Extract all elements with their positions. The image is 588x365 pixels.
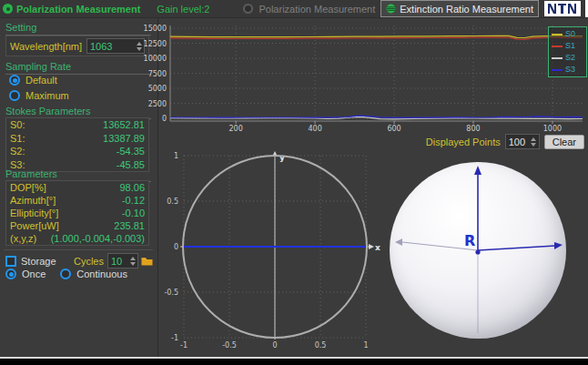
svg-text:-0.5: -0.5 (164, 289, 178, 297)
parameter-row-label: DOP[%] (10, 182, 46, 193)
status-circle-icon (3, 4, 13, 14)
legend-line-s1 (552, 46, 563, 47)
cycles-stepper-arrows[interactable] (128, 257, 137, 266)
parameter-row: DOP[%]98.06 (6, 181, 148, 194)
svg-text:600: 600 (387, 125, 400, 133)
svg-text:1: 1 (174, 152, 178, 160)
brand-logo-glyph (547, 3, 578, 15)
parameter-row-label: (x,y,z) (10, 233, 36, 244)
poincare-sphere-axes: R (390, 162, 566, 339)
storage-mode-option-once: Once (5, 269, 46, 279)
parameter-row-value: 98.06 (119, 182, 145, 193)
stokes-row-label: S1: (10, 133, 25, 144)
series-s0 (170, 35, 583, 37)
parameter-row: Azimuth[°]-0.12 (6, 194, 148, 207)
storage-checkbox[interactable] (5, 256, 16, 267)
wavelength-panel: Wavelength[nm] 1063 (5, 35, 149, 56)
displayed-points-value: 100 (506, 137, 530, 147)
displayed-points-label: Displayed Points (426, 137, 501, 147)
mode-switcher: Polarization Measurement Extinction Rati… (243, 0, 588, 17)
polarization-mode-radio[interactable] (243, 4, 253, 14)
sphere-center-label: R (464, 232, 475, 249)
storage-mode-radio-once[interactable] (5, 269, 16, 279)
storage-mode-option-continuous: Continuous (60, 269, 127, 279)
sampling-rate-options: DefaultMaximum (9, 75, 69, 101)
sampling-rate-section-header: Sampling Rate (5, 61, 151, 75)
svg-text:x: x (375, 243, 380, 252)
sidebar-divider (4, 249, 153, 250)
legend-entry-s0: S0 (552, 30, 583, 38)
parameter-row-value: -0.12 (122, 195, 145, 206)
poincare-sphere[interactable]: R (390, 162, 566, 339)
title-bar: Polarization Measurement Gain level:2 Po… (0, 0, 588, 18)
svg-text:400: 400 (308, 125, 321, 133)
sampling-radio-maximum[interactable] (9, 90, 20, 101)
svg-text:-1: -1 (180, 341, 188, 350)
svg-text:5000: 5000 (148, 85, 167, 93)
chart-legend: S0S1S2S3 (548, 26, 587, 77)
gain-level-label: Gain level:2 (157, 4, 209, 15)
svg-text:y: y (279, 153, 285, 162)
sampling-option-default: Default (9, 75, 69, 86)
parameter-row: Power[uW]235.81 (6, 219, 148, 232)
polarization-mode-label: Polarization Measurement (259, 4, 375, 15)
stokes-rows: S0:13652.81S1:13387.89S2:-54.35S3:-45.85 (6, 118, 148, 171)
displayed-points-stepper-arrows[interactable] (530, 137, 539, 147)
parameter-row: (x,y,z)(1.000,-0.004,-0.003) (6, 232, 148, 245)
displayed-points-stepper[interactable]: 100 (505, 134, 540, 149)
svg-text:1: 1 (363, 341, 368, 350)
storage-mode-radio-continuous[interactable] (60, 269, 71, 279)
folder-icon[interactable] (141, 256, 153, 266)
legend-label-s2: S2 (565, 54, 575, 62)
sampling-option-maximum: Maximum (9, 90, 69, 101)
clear-button[interactable]: Clear (544, 135, 584, 149)
legend-entry-s2: S2 (552, 54, 583, 62)
legend-line-s3 (552, 69, 563, 71)
stokes-row-value: -54.35 (117, 146, 145, 157)
parameter-row-label: Ellipticity[°] (10, 208, 58, 218)
bottom-black-bar (0, 359, 588, 365)
polarization-ellipse-plot[interactable]: -1-0.500.51-1-0.500.51yx (155, 151, 388, 360)
storage-mode-label-once: Once (22, 269, 46, 279)
setting-section-header: Setting (5, 22, 151, 35)
parameter-row-value: -0.10 (122, 208, 145, 218)
svg-text:15000: 15000 (144, 25, 167, 33)
svg-text:12500: 12500 (144, 40, 167, 48)
svg-text:-0.5: -0.5 (222, 341, 237, 350)
storage-row: Storage Cycles 10 (5, 253, 153, 269)
series-s3 (170, 116, 583, 117)
extinction-ratio-button-label: Extinction Ratio Measurement (400, 4, 533, 15)
svg-text:0: 0 (174, 243, 178, 251)
sampling-radio-default[interactable] (9, 75, 20, 86)
svg-text:0.5: 0.5 (315, 341, 327, 350)
parameter-row-label: Azimuth[°] (10, 195, 56, 206)
stokes-time-chart[interactable]: 0250050007500100001250015000200400600800… (137, 22, 588, 135)
legend-label-s1: S1 (565, 42, 575, 50)
svg-text:0: 0 (162, 115, 167, 123)
parameter-row: Ellipticity[°]-0.10 (6, 207, 148, 219)
cycles-label: Cycles (74, 256, 104, 267)
displayed-points-row: Displayed Points 100 Clear (426, 134, 584, 149)
legend-line-s2 (552, 57, 563, 59)
storage-mode-options: OnceContinuous (5, 269, 127, 279)
brand-logo (544, 1, 581, 16)
stokes-row: S0:13652.81 (6, 118, 148, 132)
extinction-ratio-button[interactable]: Extinction Ratio Measurement (380, 0, 539, 17)
parameter-row-label: Power[uW] (10, 220, 59, 231)
parameter-row-value: 235.81 (114, 220, 145, 231)
polarization-app-window: Polarization Measurement Gain level:2 Po… (0, 0, 588, 365)
storage-label: Storage (21, 256, 56, 267)
page-title: Polarization Measurement (16, 4, 140, 15)
stokes-panel: S0:13652.81S1:13387.89S2:-54.35S3:-45.85 (5, 117, 149, 172)
stokes-row: S1:13387.89 (6, 132, 148, 146)
svg-text:7500: 7500 (148, 70, 167, 78)
legend-entry-s1: S1 (552, 42, 583, 50)
cycles-stepper[interactable]: 10 (107, 253, 138, 269)
svg-text:0: 0 (272, 341, 277, 350)
svg-text:1000: 1000 (543, 125, 562, 133)
storage-mode-label-continuous: Continuous (76, 269, 127, 279)
stokes-row-label: S2: (10, 146, 25, 157)
parameters-panel: DOP[%]98.06Azimuth[°]-0.12Ellipticity[°]… (5, 180, 149, 246)
svg-text:2500: 2500 (148, 100, 167, 108)
sampling-label-maximum: Maximum (25, 90, 69, 101)
